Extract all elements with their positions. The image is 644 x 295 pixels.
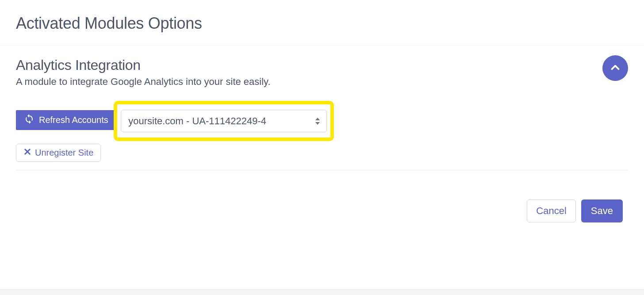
refresh-button-label: Refresh Accounts [39, 115, 108, 125]
collapse-button[interactable] [602, 55, 628, 81]
account-select-wrap: yoursite.com - UA-111422249-4 [121, 110, 327, 132]
analytics-module-section: Analytics Integration A module to integr… [0, 46, 644, 179]
save-button[interactable]: Save [581, 199, 623, 222]
refresh-accounts-button[interactable]: Refresh Accounts [16, 110, 116, 130]
cancel-button[interactable]: Cancel [527, 199, 575, 222]
footer-actions: Cancel Save [0, 179, 644, 231]
page-title: Activated Modules Options [16, 14, 628, 33]
refresh-icon [24, 114, 34, 126]
account-select-highlight: yoursite.com - UA-111422249-4 [114, 101, 334, 141]
bottom-strip [0, 289, 644, 295]
chevron-up-icon [610, 62, 621, 75]
page-container: Activated Modules Options Analytics Inte… [0, 0, 644, 231]
close-icon [23, 148, 31, 158]
module-controls: Refresh Accounts yoursite.com - UA-11142… [16, 99, 628, 170]
module-header-text: Analytics Integration A module to integr… [16, 57, 602, 88]
module-header: Analytics Integration A module to integr… [16, 57, 628, 88]
section-divider [16, 170, 628, 170]
unregister-site-button[interactable]: Unregister Site [16, 144, 101, 162]
module-description: A module to integrate Google Analytics i… [16, 76, 602, 88]
unregister-button-label: Unregister Site [35, 148, 93, 158]
header-section: Activated Modules Options [0, 0, 644, 46]
account-select[interactable]: yoursite.com - UA-111422249-4 [121, 110, 327, 132]
module-title: Analytics Integration [16, 57, 602, 73]
